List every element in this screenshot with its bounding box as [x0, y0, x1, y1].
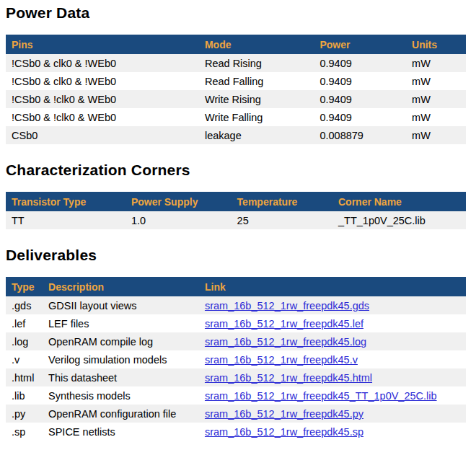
cell-pins: !CSb0 & !clk0 & WEb0: [6, 108, 199, 126]
cell-power: 0.9409: [314, 54, 406, 72]
column-header-corner-name: Corner Name: [332, 192, 466, 211]
cell-units: mW: [406, 126, 466, 144]
cell-mode: leakage: [199, 126, 314, 144]
table-row: .html This datasheet sram_16b_512_1rw_fr…: [6, 368, 466, 386]
deliverable-link-v[interactable]: sram_16b_512_1rw_freepdk45.v: [205, 354, 358, 366]
deliverable-link-lef[interactable]: sram_16b_512_1rw_freepdk45.lef: [205, 318, 363, 330]
cell-units: mW: [406, 72, 466, 90]
cell-link: sram_16b_512_1rw_freepdk45.log: [199, 332, 466, 350]
cell-pins: !CSb0 & clk0 & !WEb0: [6, 54, 199, 72]
deliverable-link-gds[interactable]: sram_16b_512_1rw_freepdk45.gds: [205, 300, 369, 312]
deliverable-link-html[interactable]: sram_16b_512_1rw_freepdk45.html: [205, 372, 372, 384]
column-header-temperature: Temperature: [232, 192, 332, 211]
deliverable-link-sp[interactable]: sram_16b_512_1rw_freepdk45.sp: [205, 426, 363, 438]
cell-power: 0.9409: [314, 72, 406, 90]
cell-units: mW: [406, 108, 466, 126]
cell-type: .v: [6, 350, 43, 368]
deliverable-link-log[interactable]: sram_16b_512_1rw_freepdk45.log: [205, 336, 366, 348]
column-header-type: Type: [6, 277, 43, 296]
column-header-description: Description: [43, 277, 199, 296]
cell-type: .py: [6, 405, 43, 423]
cell-corner-name: _TT_1p0V_25C.lib: [332, 211, 466, 229]
table-row: !CSb0 & !clk0 & WEb0 Write Falling 0.940…: [6, 108, 466, 126]
cell-link: sram_16b_512_1rw_freepdk45_TT_1p0V_25C.l…: [199, 386, 466, 405]
cell-link: sram_16b_512_1rw_freepdk45.gds: [199, 296, 466, 314]
datasheet-page: Power Data Pins Mode Power Units !CSb0 &…: [0, 0, 476, 455]
cell-description: This datasheet: [43, 368, 199, 386]
column-header-transistor-type: Transistor Type: [6, 192, 125, 211]
cell-pins: CSb0: [6, 126, 199, 144]
cell-transistor-type: TT: [6, 211, 125, 229]
table-row: .v Verilog simulation models sram_16b_51…: [6, 350, 466, 368]
cell-units: mW: [406, 90, 466, 108]
deliverables-table: Type Description Link .gds GDSII layout …: [6, 277, 466, 441]
cell-mode: Write Falling: [199, 108, 314, 126]
cell-type: .lib: [6, 386, 43, 405]
table-row: CSb0 leakage 0.008879 mW: [6, 126, 466, 144]
cell-type: .html: [6, 368, 43, 386]
cell-link: sram_16b_512_1rw_freepdk45.sp: [199, 423, 466, 441]
corners-header-row: Transistor Type Power Supply Temperature…: [6, 192, 466, 211]
cell-type: .lef: [6, 314, 43, 332]
cell-description: GDSII layout views: [43, 296, 199, 314]
column-header-power-supply: Power Supply: [125, 192, 232, 211]
column-header-power: Power: [314, 35, 406, 54]
cell-description: Synthesis models: [43, 386, 199, 405]
cell-pins: !CSb0 & clk0 & !WEb0: [6, 72, 199, 90]
cell-type: .gds: [6, 296, 43, 314]
cell-link: sram_16b_512_1rw_freepdk45.html: [199, 368, 466, 386]
cell-link: sram_16b_512_1rw_freepdk45.v: [199, 350, 466, 368]
section-title-power-data: Power Data: [6, 4, 466, 22]
cell-type: .log: [6, 332, 43, 350]
cell-pins: !CSb0 & !clk0 & WEb0: [6, 90, 199, 108]
table-row: .gds GDSII layout views sram_16b_512_1rw…: [6, 296, 466, 314]
column-header-pins: Pins: [6, 35, 199, 54]
cell-mode: Write Rising: [199, 90, 314, 108]
table-row: .lef LEF files sram_16b_512_1rw_freepdk4…: [6, 314, 466, 332]
cell-power: 0.008879: [314, 126, 406, 144]
cell-link: sram_16b_512_1rw_freepdk45.lef: [199, 314, 466, 332]
cell-description: OpenRAM compile log: [43, 332, 199, 350]
cell-power: 0.9409: [314, 90, 406, 108]
table-row: !CSb0 & clk0 & !WEb0 Read Rising 0.9409 …: [6, 54, 466, 72]
cell-mode: Read Rising: [199, 54, 314, 72]
table-row: .log OpenRAM compile log sram_16b_512_1r…: [6, 332, 466, 350]
cell-temperature: 25: [232, 211, 332, 229]
deliverable-link-py[interactable]: sram_16b_512_1rw_freepdk45.py: [205, 408, 363, 420]
table-row: TT 1.0 25 _TT_1p0V_25C.lib: [6, 211, 466, 229]
cell-description: OpenRAM configuration file: [43, 405, 199, 423]
section-title-characterization-corners: Characterization Corners: [6, 162, 466, 179]
cell-power-supply: 1.0: [125, 211, 232, 229]
power-data-table: Pins Mode Power Units !CSb0 & clk0 & !WE…: [6, 35, 466, 144]
cell-description: SPICE netlists: [43, 423, 199, 441]
characterization-corners-table: Transistor Type Power Supply Temperature…: [6, 192, 466, 229]
column-header-link: Link: [199, 277, 466, 296]
cell-type: .sp: [6, 423, 43, 441]
column-header-units: Units: [406, 35, 466, 54]
deliverable-link-lib[interactable]: sram_16b_512_1rw_freepdk45_TT_1p0V_25C.l…: [205, 390, 437, 402]
table-row: .sp SPICE netlists sram_16b_512_1rw_free…: [6, 423, 466, 441]
cell-link: sram_16b_512_1rw_freepdk45.py: [199, 405, 466, 423]
column-header-mode: Mode: [199, 35, 314, 54]
table-row: .py OpenRAM configuration file sram_16b_…: [6, 405, 466, 423]
cell-power: 0.9409: [314, 108, 406, 126]
cell-description: LEF files: [43, 314, 199, 332]
table-row: .lib Synthesis models sram_16b_512_1rw_f…: [6, 386, 466, 405]
cell-units: mW: [406, 54, 466, 72]
deliverables-header-row: Type Description Link: [6, 277, 466, 296]
cell-description: Verilog simulation models: [43, 350, 199, 368]
section-title-deliverables: Deliverables: [6, 247, 466, 264]
table-row: !CSb0 & clk0 & !WEb0 Read Falling 0.9409…: [6, 72, 466, 90]
table-row: !CSb0 & !clk0 & WEb0 Write Rising 0.9409…: [6, 90, 466, 108]
power-data-header-row: Pins Mode Power Units: [6, 35, 466, 54]
cell-mode: Read Falling: [199, 72, 314, 90]
